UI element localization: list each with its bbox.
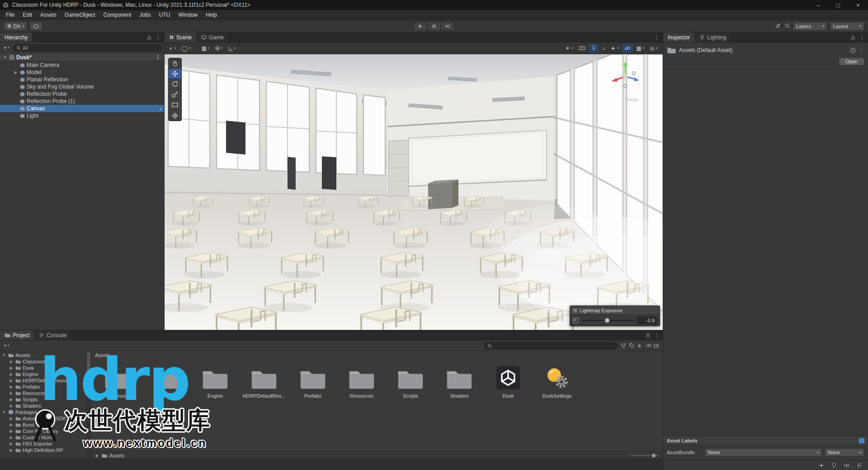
rotate-tool[interactable] <box>169 79 181 89</box>
draw-mode-dropdown[interactable]: ◯ ▾ <box>179 44 193 53</box>
tree-item-burst[interactable]: ▶ Burst <box>0 422 91 428</box>
thumbnail-zoom-slider[interactable] <box>630 455 659 456</box>
saved-search-star-icon[interactable]: ★ <box>637 343 642 349</box>
asset-item-prefabs[interactable]: Prefabs <box>290 366 335 399</box>
scene-visibility-toggle[interactable] <box>622 44 633 53</box>
scene-lighting-toggle[interactable] <box>589 44 599 53</box>
hierarchy-item-model[interactable]: ▶ Model <box>0 69 164 76</box>
menu-edit[interactable]: Edit <box>19 10 36 20</box>
scale-tool[interactable] <box>169 89 181 100</box>
tab-lighting[interactable]: Lighting <box>695 33 731 42</box>
tree-item-dusk[interactable]: ▶ Dusk <box>0 365 91 371</box>
tree-scrollbar[interactable] <box>86 351 91 459</box>
kebab-menu-icon[interactable]: ⋮ <box>156 34 161 41</box>
auto-generate-lighting-icon[interactable] <box>818 462 825 469</box>
overlay-handle-icon[interactable]: ▦ <box>573 307 577 313</box>
tab-scene[interactable]: Scene <box>165 33 197 42</box>
hierarchy-item-main-camera[interactable]: Main Camera <box>0 61 164 69</box>
grid-visibility-dropdown[interactable]: ▦ ▾ <box>199 44 212 53</box>
help-icon[interactable] <box>850 47 856 53</box>
shading-mode-dropdown[interactable]: ◐ ▾ <box>167 44 178 53</box>
hierarchy-item-reflection-probe-1[interactable]: Reflection Probe (1) <box>0 98 164 105</box>
layers-dropdown[interactable]: Layers ▾ <box>793 22 827 31</box>
menu-component[interactable]: Component <box>99 10 135 20</box>
tree-item-autodesk-fbx-sdk[interactable]: ▶ Autodesk FBX SDK for Unity <box>0 415 91 422</box>
tab-game[interactable]: Game <box>197 33 229 42</box>
exposure-slider-thumb[interactable] <box>605 318 609 323</box>
asset-item-dusksettings[interactable]: DuskSettings <box>534 366 580 399</box>
breadcrumb[interactable]: Assets <box>109 453 124 458</box>
assetbundle-variant-dropdown[interactable]: None ▾ <box>825 448 864 456</box>
tree-item-engine[interactable]: ▶ Engine <box>0 371 91 377</box>
foldout-collapsed-icon[interactable]: ▶ <box>9 378 14 383</box>
tree-item-fbx-exporter[interactable]: ▶ FBX Exporter <box>0 441 91 447</box>
search-icon[interactable] <box>784 23 790 29</box>
move-tool[interactable] <box>169 69 181 79</box>
menu-utu[interactable]: UTU <box>155 10 175 20</box>
foldout-expanded-icon[interactable]: ▼ <box>2 410 6 414</box>
foldout-collapsed-icon[interactable]: ▶ <box>9 423 14 427</box>
menu-jobs[interactable]: Jobs <box>135 10 155 20</box>
lock-icon[interactable] <box>146 35 152 40</box>
kebab-menu-icon[interactable]: ⋮ <box>859 47 864 53</box>
lock-icon[interactable] <box>850 35 856 40</box>
transform-tool[interactable] <box>169 110 181 121</box>
hierarchy-item-sky-fog-volume[interactable]: Sky and Fog Global Volume <box>0 83 164 90</box>
menu-window[interactable]: Window <box>174 10 202 20</box>
assetbundle-dropdown[interactable]: None ▾ <box>705 448 822 456</box>
menu-help[interactable]: Help <box>202 10 221 20</box>
tree-item-hdrpdefaultresources[interactable]: ▶ HDRPDefaultResources <box>0 377 91 384</box>
foldout-collapsed-icon[interactable]: ▶ <box>9 429 14 433</box>
tab-project[interactable]: Project <box>0 330 34 340</box>
close-button[interactable]: × <box>848 0 868 10</box>
create-asset-button[interactable]: + ▾ <box>2 343 11 349</box>
tree-item-resources[interactable]: ▶ Resources <box>0 390 91 396</box>
foldout-collapsed-icon[interactable]: ▶ <box>9 391 14 395</box>
layout-dropdown[interactable]: Layout ▾ <box>830 22 864 31</box>
exposure-slider[interactable] <box>581 320 634 321</box>
kebab-menu-icon[interactable]: ⋮ <box>654 34 660 41</box>
foldout-collapsed-icon[interactable]: ▶ <box>9 442 14 446</box>
foldout-collapsed-icon[interactable]: ▶ <box>9 404 14 408</box>
cloud-services-button[interactable] <box>30 22 42 31</box>
foldout-collapsed-icon[interactable]: ▶ <box>9 372 14 376</box>
asset-item-resources[interactable]: Resources <box>339 366 384 399</box>
menu-assets[interactable]: Assets <box>36 10 61 20</box>
menu-file[interactable]: File <box>2 10 19 20</box>
projection-mode-label[interactable]: ‹ Persp <box>622 97 638 102</box>
menu-gameobject[interactable]: GameObject <box>61 10 99 20</box>
foldout-collapsed-icon[interactable]: ▶ <box>9 397 14 402</box>
foldout-collapsed-icon[interactable]: ▶ <box>14 70 18 75</box>
asset-item-hdrpdefaultres[interactable]: HDRPDefaultRes... <box>241 366 287 399</box>
open-children-icon[interactable]: › <box>160 105 164 112</box>
tree-item-classroom[interactable]: ▶ Classroom <box>0 358 91 365</box>
zoom-slider-thumb[interactable] <box>652 454 656 457</box>
asset-item-shaders[interactable]: Shaders <box>437 366 482 399</box>
pause-button[interactable] <box>427 22 441 31</box>
tree-item-prefabs[interactable]: ▶ Prefabs <box>0 384 91 390</box>
scene-3d-viewport[interactable]: ‹ Persp ▦ Lightmap Exposure <box>165 54 663 330</box>
tree-item-shaders[interactable]: ▶ Shaders <box>0 403 91 409</box>
step-button[interactable] <box>441 22 454 31</box>
foldout-collapsed-icon[interactable]: ▶ <box>9 448 14 452</box>
audio-toggle[interactable]: ♪ <box>600 44 607 53</box>
search-by-label-icon[interactable] <box>629 343 635 348</box>
tree-item-custom-nunit[interactable]: ▶ Custom NUnit <box>0 434 91 441</box>
snap-settings-dropdown[interactable]: ⊞ ▾ <box>213 44 225 53</box>
gizmos-dropdown[interactable]: ☀ ▾ <box>563 44 576 53</box>
increment-snap-dropdown[interactable]: ◺ ▾ <box>226 44 238 53</box>
hierarchy-item-canvas[interactable]: Canvas › <box>0 105 164 112</box>
tab-hierarchy[interactable]: Hierarchy <box>0 33 33 42</box>
tree-item-high-definition-rp[interactable]: ▶ High Definition RP <box>0 447 91 453</box>
foldout-collapsed-icon[interactable]: ▶ <box>9 359 14 364</box>
asset-item-engine[interactable]: Engine <box>193 366 238 399</box>
label-picker-icon[interactable] <box>859 438 864 443</box>
asset-item-scripts[interactable]: Scripts <box>388 366 433 399</box>
asset-labels-header[interactable]: Asset Labels <box>663 436 868 446</box>
open-button[interactable]: Open <box>839 57 864 66</box>
search-by-type-icon[interactable] <box>620 343 627 349</box>
kebab-menu-icon[interactable]: ⋮ <box>654 332 660 338</box>
play-button[interactable] <box>414 22 427 31</box>
foldout-collapsed-icon[interactable]: ▶ <box>9 366 14 370</box>
tree-item-core-rp-library[interactable]: ▶ Core RP Library <box>0 428 91 434</box>
